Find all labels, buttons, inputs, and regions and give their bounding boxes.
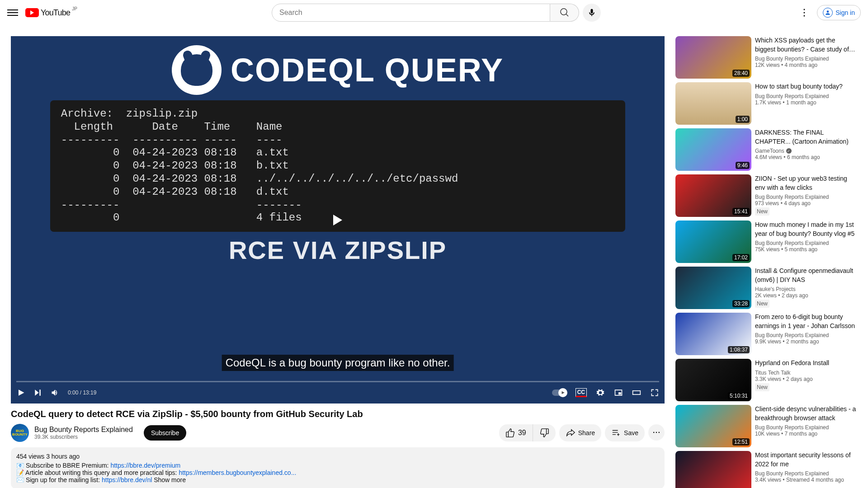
video-caption: CodeQL is a bug bounty program like no o… xyxy=(222,355,454,371)
big-play-button[interactable] xyxy=(322,209,353,231)
recommendation-item[interactable]: 33:28 Install & Configure openmediavault… xyxy=(675,267,857,309)
rec-thumbnail: 9:46 xyxy=(675,128,751,171)
rec-meta: 75K views • 5 months ago xyxy=(755,246,857,253)
show-more-button[interactable]: Show more xyxy=(154,476,186,483)
github-icon xyxy=(172,45,222,95)
signin-button[interactable]: Sign in xyxy=(817,5,861,20)
rec-info: Most important security lessons of 2022 … xyxy=(755,451,857,488)
play-button[interactable] xyxy=(16,388,25,397)
dots-horizontal-icon xyxy=(652,428,661,437)
search-icon xyxy=(559,7,570,18)
channel-name[interactable]: Bug Bounty Reports Explained xyxy=(34,426,133,434)
country-code: JP xyxy=(72,6,77,11)
premium-link[interactable]: https://bbre.dev/premium xyxy=(110,462,180,469)
rec-thumbnail: 17:02 xyxy=(675,221,751,263)
subscribe-button[interactable]: Subscribe xyxy=(144,425,186,441)
duration-badge: 28:40 xyxy=(732,70,750,77)
header-left: YouTube JP xyxy=(7,7,77,18)
playlist-add-icon xyxy=(611,428,621,438)
recommendation-item[interactable]: 9:46 DARKNESS: The FINAL CHAPTER... (Car… xyxy=(675,128,857,171)
play-icon xyxy=(333,215,342,225)
new-badge: New xyxy=(755,300,769,308)
header-right: Sign in xyxy=(795,4,861,22)
share-icon xyxy=(566,428,576,438)
page-content: CODEQL QUERY Archive: zipslip.zip Length… xyxy=(0,25,868,488)
recommendation-item[interactable]: 1:08:37 From zero to 6-digit bug bounty … xyxy=(675,313,857,355)
search-button[interactable] xyxy=(550,4,579,22)
rec-thumbnail: 1:08:37 xyxy=(675,313,751,355)
recommendation-item[interactable]: 12:51 Client-side desync vulnerabilities… xyxy=(675,405,857,447)
rec-info: Install & Configure openmediavault (omv6… xyxy=(755,267,857,309)
channel-avatar[interactable]: BUGBOUNTY xyxy=(11,424,29,442)
volume-button[interactable] xyxy=(51,388,60,397)
svg-point-7 xyxy=(659,432,660,433)
rec-thumbnail: 15:41 xyxy=(675,174,751,217)
search-input[interactable] xyxy=(272,4,550,22)
time-display: 0:00 / 13:19 xyxy=(68,389,96,396)
rec-info: DARKNESS: The FINAL CHAPTER... (Cartoon … xyxy=(755,128,857,171)
duration-badge: 15:41 xyxy=(732,208,750,215)
autoplay-toggle[interactable] xyxy=(552,389,566,396)
rec-meta: 973 views • 4 days ago xyxy=(755,200,857,206)
rec-info: Client-side desync vulnerabilities - a b… xyxy=(755,405,857,447)
description-box[interactable]: 454 views 3 hours ago 📧 Subscribe to BBR… xyxy=(11,447,665,488)
rec-title: Install & Configure openmediavault (omv6… xyxy=(755,267,857,284)
recommendation-item[interactable]: 28:40 Which XSS payloads get the biggest… xyxy=(675,36,857,79)
fullscreen-button[interactable] xyxy=(650,388,659,397)
rec-meta: 4.6M views • 6 months ago xyxy=(755,154,857,160)
captions-button[interactable]: CC xyxy=(576,388,587,397)
rec-meta: 2K views • 2 days ago xyxy=(755,292,857,299)
rec-title: How to start bug bounty today? xyxy=(755,82,857,91)
rec-title: Most important security lessons of 2022 … xyxy=(755,451,857,469)
recommendation-item[interactable]: Most important security lessons of 2022 … xyxy=(675,451,857,488)
rec-meta: 9.9K views • 2 months ago xyxy=(755,338,857,345)
recommendation-item[interactable]: 1:00 How to start bug bounty today? Bug … xyxy=(675,82,857,125)
article-link[interactable]: https://members.bugbountyexplained.co... xyxy=(179,469,296,476)
subscriber-count: 39.3K subscribers xyxy=(34,434,133,440)
recommendation-item[interactable]: 17:02 How much money I made in my 1st ye… xyxy=(675,221,857,263)
recommendation-item[interactable]: 15:41 ZIION - Set up your web3 testing e… xyxy=(675,174,857,217)
rec-channel: Bug Bounty Reports Explained xyxy=(755,194,857,200)
thumbs-down-icon xyxy=(539,428,549,438)
rec-thumbnail: 1:00 xyxy=(675,82,751,125)
svg-point-2 xyxy=(804,15,805,17)
like-dislike-group: 39 xyxy=(499,424,556,441)
voice-search-button[interactable] xyxy=(583,4,601,22)
guide-menu-button[interactable] xyxy=(7,7,18,18)
svg-point-6 xyxy=(656,432,657,433)
rec-info: How to start bug bounty today? Bug Bount… xyxy=(755,82,857,125)
primary-column: CODEQL QUERY Archive: zipslip.zip Length… xyxy=(11,36,665,488)
more-actions-button[interactable] xyxy=(648,424,665,441)
rec-info: How much money I made in my 1st year of … xyxy=(755,221,857,263)
rec-title: Client-side desync vulnerabilities - a b… xyxy=(755,405,857,422)
video-actions: 39 Share Save xyxy=(499,424,665,441)
rec-channel: Bug Bounty Reports Explained xyxy=(755,332,857,338)
new-badge: New xyxy=(755,207,769,216)
meta-row: BUGBOUNTY Bug Bounty Reports Explained 3… xyxy=(11,424,665,442)
next-button[interactable] xyxy=(33,388,42,397)
video-player[interactable]: CODEQL QUERY Archive: zipslip.zip Length… xyxy=(11,36,665,404)
save-button[interactable]: Save xyxy=(605,424,645,441)
thumb-title: CODEQL QUERY xyxy=(231,52,504,89)
miniplayer-button[interactable] xyxy=(614,388,623,397)
description-line-2: 📝 Article about writing this query and m… xyxy=(16,469,659,476)
theater-button[interactable] xyxy=(632,388,641,397)
recommendation-item[interactable]: 5:10:31 Hyprland on Fedora Install Titus… xyxy=(675,359,857,401)
header: YouTube JP Sign in xyxy=(0,0,868,25)
dislike-button[interactable] xyxy=(533,424,556,441)
settings-gear-icon[interactable] xyxy=(596,388,605,397)
rec-title: DARKNESS: The FINAL CHAPTER... (Cartoon … xyxy=(755,128,857,146)
settings-button[interactable] xyxy=(795,4,813,22)
rec-meta: 1.7K views • 1 month ago xyxy=(755,99,857,106)
mailing-link[interactable]: https://bbre.dev/nl xyxy=(102,476,152,483)
share-button[interactable]: Share xyxy=(559,424,601,441)
thumbs-up-icon xyxy=(505,428,515,438)
player-controls: 0:00 / 13:19 CC xyxy=(11,382,665,404)
rec-info: From zero to 6-digit bug bounty earnings… xyxy=(755,313,857,355)
rec-channel: Hauke's Projects xyxy=(755,286,857,292)
like-button[interactable]: 39 xyxy=(499,424,533,441)
youtube-logo[interactable]: YouTube JP xyxy=(25,8,77,18)
rec-channel: Bug Bounty Reports Explained xyxy=(755,240,857,246)
rec-meta: 10K views • 7 months ago xyxy=(755,431,857,437)
rec-title: ZIION - Set up your web3 testing env wit… xyxy=(755,174,857,192)
